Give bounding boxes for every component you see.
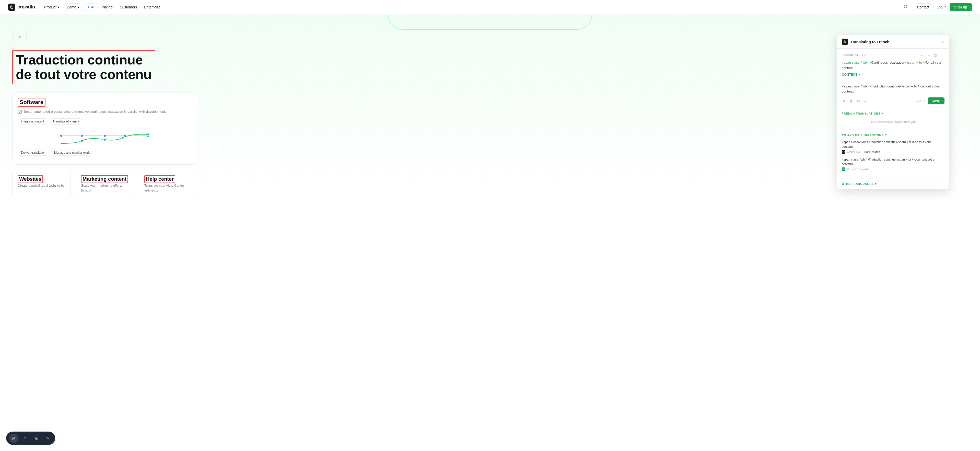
french-translations-label: FRENCH TRANSLATIONS bbox=[842, 112, 880, 115]
trans-br: <br /> bbox=[912, 84, 921, 88]
infinity-badge: ∞ bbox=[12, 30, 27, 44]
source-text: <span class="wbr">Continuous localizatio… bbox=[842, 60, 945, 71]
format-button[interactable]: A bbox=[863, 98, 868, 104]
signup-button[interactable]: Sign up bbox=[950, 3, 972, 11]
timeline bbox=[17, 128, 193, 148]
trans-tag-close: </span> bbox=[900, 84, 912, 88]
toolbar-list-button[interactable]: ≡ bbox=[21, 433, 30, 443]
tag-manage: Manage and monitor work bbox=[51, 150, 93, 156]
toolbar-edit-button[interactable]: ✎ bbox=[43, 433, 52, 443]
other-languages-section: OTHER LANGUAGES ▸ bbox=[837, 178, 949, 189]
contact-label: Contact bbox=[917, 5, 929, 9]
panel-logo-icon bbox=[842, 38, 848, 45]
panel-close-button[interactable]: × bbox=[942, 39, 945, 45]
nav-ai-label: AI bbox=[91, 5, 94, 9]
translation-toolbar: ⧉ 🗑 ⊟ A 74 • 71 SAVE bbox=[842, 97, 945, 104]
tag-row-2: Deliver translation Manage and monitor w… bbox=[18, 150, 192, 156]
bottom-card-helpcenter: Help center Translate your Help Center a… bbox=[139, 170, 197, 198]
svg-point-12 bbox=[147, 133, 150, 136]
edit-button[interactable]: ⊟ bbox=[856, 98, 861, 104]
logo-icon bbox=[8, 3, 15, 11]
marketing-card-title: Marketing content bbox=[81, 175, 128, 183]
teal-arc-decoration bbox=[388, 14, 592, 30]
marketing-card-text: Scale your marketing efforts through bbox=[81, 183, 129, 193]
nav-enterprise-label: Enterprise bbox=[144, 5, 161, 9]
nav-pricing[interactable]: Pricing bbox=[99, 3, 116, 11]
source-actions: ← → ⊡ ⋮ bbox=[920, 52, 945, 58]
prev-string-button[interactable]: ← bbox=[920, 52, 924, 58]
context-link[interactable]: CONTEXT ▸ bbox=[842, 73, 945, 76]
search-button[interactable] bbox=[902, 3, 910, 11]
contact-button[interactable]: Contact bbox=[913, 3, 934, 11]
svg-point-15 bbox=[843, 169, 845, 170]
nav-product[interactable]: Product ▾ bbox=[41, 3, 62, 11]
source-text-main: Continuous localization bbox=[871, 61, 905, 64]
tag-deliver: Deliver translation bbox=[18, 150, 49, 156]
trans-main: Traduction continue bbox=[871, 84, 900, 88]
french-translations-header[interactable]: FRENCH TRANSLATIONS ▾ bbox=[842, 112, 945, 115]
signup-label: Sign up bbox=[954, 5, 967, 9]
source-tag-close: </span> bbox=[905, 61, 917, 64]
checkbox[interactable] bbox=[18, 110, 22, 114]
home-icon: ◎ bbox=[12, 436, 16, 441]
trans-tag-open: <span class="wbr"> bbox=[842, 84, 871, 88]
nav-demo[interactable]: Demo ▾ bbox=[64, 3, 82, 11]
nav-pricing-label: Pricing bbox=[102, 5, 113, 9]
toolbar-preview-button[interactable]: ◉ bbox=[32, 433, 41, 443]
login-button[interactable]: Log in bbox=[937, 5, 947, 9]
navbar: crowdin Product ▾ Demo ▾ ✦ AI Pricing Cu… bbox=[0, 0, 980, 14]
svg-point-9 bbox=[81, 140, 83, 142]
nav-enterprise[interactable]: Enterprise bbox=[141, 3, 164, 11]
global-tm-icon bbox=[842, 150, 845, 154]
websites-card-text: Create a multilingual website by bbox=[18, 183, 65, 188]
copy-source-button[interactable]: ⧉ bbox=[842, 98, 846, 104]
left-content: ∞ Traduction continuede tout votre conte… bbox=[0, 14, 210, 451]
software-card-title: Software bbox=[18, 98, 46, 107]
next-string-button[interactable]: → bbox=[927, 52, 931, 58]
logo[interactable]: crowdin bbox=[8, 3, 35, 11]
other-languages-header[interactable]: OTHER LANGUAGES ▸ bbox=[842, 182, 945, 185]
tm-copy-button-1[interactable]: ⊡ bbox=[942, 140, 945, 144]
helpcenter-card-title: Help center bbox=[144, 175, 175, 183]
chevron-right-icon: ▸ bbox=[875, 182, 877, 185]
svg-point-11 bbox=[121, 137, 124, 139]
chevron-down-icon: ▾ bbox=[77, 5, 79, 9]
bottom-card-marketing: Marketing content Scale your marketing e… bbox=[76, 170, 134, 198]
svg-point-5 bbox=[81, 134, 83, 137]
other-languages-label: OTHER LANGUAGES bbox=[842, 182, 874, 185]
split-view-button[interactable]: ⊡ bbox=[933, 52, 937, 58]
more-options-button[interactable]: ⋮ bbox=[939, 52, 945, 58]
login-label: Log in bbox=[937, 5, 947, 9]
source-br: <br /> bbox=[917, 61, 926, 64]
eye-icon: ◉ bbox=[35, 436, 38, 441]
helpcenter-card-text: Translate your Help Center articles to bbox=[144, 183, 192, 193]
tm-suggestions-section: TM AND MT SUGGESTIONS ▾ <span class="wbr… bbox=[837, 130, 949, 178]
source-tag-open: <span class="wbr"> bbox=[842, 61, 871, 64]
checkbox-text: Set an automated process once and receiv… bbox=[24, 109, 166, 114]
source-label: SOURCE STRING ← → ⊡ ⋮ bbox=[842, 52, 945, 58]
tm-header[interactable]: TM AND MT SUGGESTIONS ▾ bbox=[842, 134, 945, 137]
svg-point-4 bbox=[60, 134, 63, 137]
source-string-section: SOURCE STRING ← → ⊡ ⋮ <span class="wbr">… bbox=[837, 49, 949, 80]
translation-panel: Translating to French × SOURCE STRING ← … bbox=[837, 35, 949, 189]
chevron-down-icon: ▾ bbox=[885, 134, 887, 137]
tm-text-1: <span class="wbr">Traduction continue</s… bbox=[842, 140, 942, 149]
save-button[interactable]: SAVE bbox=[928, 97, 945, 104]
crowdin-icon bbox=[842, 167, 845, 171]
tm-item-text-1: <span class="wbr">Traduction continue</s… bbox=[842, 140, 942, 154]
panel-header: Translating to French × bbox=[837, 35, 949, 49]
chevron-right-icon: ▸ bbox=[859, 73, 861, 76]
tag-row: Integrate content Translate efficiently bbox=[18, 118, 192, 124]
list-icon: ≡ bbox=[24, 436, 26, 440]
tm-item-row-2: <span class="wbr">Traduction continue</s… bbox=[842, 157, 945, 171]
toolbar-home-button[interactable]: ◎ bbox=[9, 433, 18, 443]
svg-point-0 bbox=[10, 6, 13, 8]
svg-point-6 bbox=[103, 134, 106, 137]
chevron-down-icon: ▾ bbox=[57, 5, 59, 9]
nav-customers[interactable]: Customers bbox=[117, 3, 140, 11]
clear-translation-button[interactable]: 🗑 bbox=[848, 98, 854, 104]
tm-meta-1: Global TM • 100% match bbox=[842, 150, 942, 154]
pencil-icon: ✎ bbox=[46, 436, 49, 441]
ai-sparkle-icon: ✦ bbox=[87, 5, 90, 9]
nav-ai[interactable]: ✦ AI bbox=[84, 3, 98, 11]
